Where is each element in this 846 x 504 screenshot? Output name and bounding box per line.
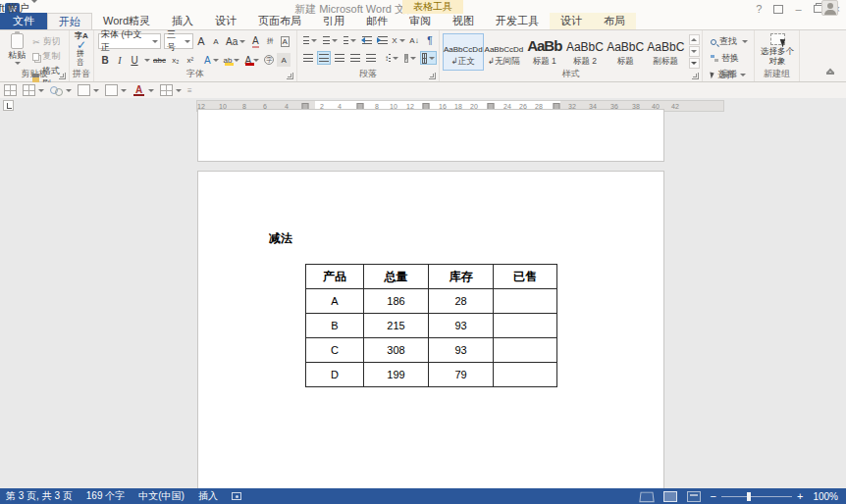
table-cell[interactable]: 199	[364, 363, 429, 387]
change-case-button[interactable]: Aa	[224, 34, 247, 48]
page-indicator[interactable]: 第 3 页, 共 3 页	[6, 489, 73, 503]
show-marks-button[interactable]: ¶	[423, 33, 437, 47]
table-cell[interactable]	[494, 314, 557, 338]
table-tool-button[interactable]	[23, 84, 44, 96]
table-cell[interactable]: B	[306, 314, 364, 338]
table-cell[interactable]: 308	[364, 338, 429, 363]
insert-mode-indicator[interactable]: 插入	[198, 489, 218, 503]
justify-button[interactable]	[348, 51, 362, 65]
zoom-slider-thumb[interactable]	[747, 492, 751, 501]
distribute-button[interactable]	[364, 51, 378, 65]
account-avatar[interactable]	[821, 0, 838, 16]
tab-stop-selector[interactable]	[3, 100, 14, 111]
zoom-out-button[interactable]: −	[711, 491, 716, 501]
table-cell[interactable]	[494, 289, 557, 314]
styles-dialog-launcher-icon[interactable]	[692, 73, 699, 79]
table-cell[interactable]: 215	[364, 314, 429, 338]
italic-button[interactable]: I	[113, 53, 127, 67]
web-layout-icon[interactable]	[687, 491, 701, 502]
asian-layout-button[interactable]: X	[392, 33, 405, 47]
tab-home[interactable]: 开始	[47, 13, 92, 29]
styles-scroll-up-icon[interactable]	[689, 34, 700, 45]
page-3[interactable]: 减法 产品 总量 库存 已售 A 186 28 B 215 93	[197, 171, 664, 494]
account-label[interactable]: Microsoft 帐户	[0, 0, 807, 17]
table-cell[interactable]: D	[306, 363, 364, 387]
zoom-slider[interactable]	[721, 496, 792, 497]
style-no-spacing[interactable]: AaBbCcDd ↲无间隔	[484, 33, 525, 71]
paragraph-dialog-launcher-icon[interactable]	[429, 73, 436, 79]
table-cell[interactable]: C	[306, 338, 364, 363]
character-border-button[interactable]: A	[278, 34, 291, 48]
read-mode-icon[interactable]	[640, 491, 654, 502]
print-layout-icon[interactable]	[663, 491, 677, 502]
style-heading2[interactable]: AaBbC 标题 2	[564, 33, 605, 71]
collapse-ribbon-icon[interactable]	[826, 73, 834, 77]
multilevel-list-button[interactable]	[342, 33, 358, 47]
underline-caret-icon[interactable]	[144, 59, 150, 62]
table-header-cell[interactable]: 产品	[306, 265, 364, 289]
align-right-button[interactable]	[333, 51, 346, 65]
table-header-cell[interactable]: 已售	[494, 265, 557, 289]
font-color-button[interactable]: A	[242, 53, 261, 67]
decrease-indent-button[interactable]	[360, 33, 374, 47]
table-cell[interactable]	[494, 363, 557, 387]
table-cell[interactable]: 28	[429, 289, 494, 314]
product-table[interactable]: 产品 总量 库存 已售 A 186 28 B 215 93	[305, 264, 557, 387]
stamp-tool-button[interactable]: A	[132, 84, 154, 96]
align-center-button[interactable]	[317, 51, 331, 65]
character-shading-button[interactable]: A	[277, 53, 291, 67]
zoom-in-button[interactable]: +	[797, 491, 803, 501]
copy-button[interactable]: 复制	[30, 49, 69, 64]
shading-button[interactable]	[402, 51, 418, 65]
style-heading1[interactable]: AaBb 标题 1	[524, 33, 564, 71]
clipboard-dialog-launcher-icon[interactable]	[59, 73, 66, 79]
style-title[interactable]: AaBbC 标题	[606, 33, 646, 71]
document-heading[interactable]: 减法	[269, 230, 292, 247]
table-cell[interactable]: 79	[429, 363, 494, 387]
align-left-button[interactable]	[301, 51, 315, 65]
sort-button[interactable]: A↓	[407, 33, 421, 47]
border-tool-button[interactable]	[160, 84, 182, 96]
phonetic-guide-button[interactable]: 拼	[263, 34, 277, 48]
style-normal[interactable]: AaBbCcDd ↲正文	[443, 33, 484, 71]
text-effects-button[interactable]: A	[202, 53, 221, 67]
table-header-cell[interactable]: 总量	[364, 265, 429, 289]
highlight-button[interactable]: ab	[222, 53, 242, 67]
select-multiple-objects-button[interactable]: 选择多个对象	[758, 33, 797, 67]
increase-indent-button[interactable]	[376, 33, 390, 47]
table-cell[interactable]: 186	[364, 289, 429, 314]
cut-button[interactable]: ✂剪切	[30, 34, 69, 49]
find-button[interactable]: 查找	[709, 34, 754, 49]
borders-button[interactable]	[420, 51, 437, 65]
grow-font-button[interactable]: A	[194, 34, 208, 48]
font-name-combobox[interactable]: 宋体 (中文正	[98, 33, 161, 49]
bullets-button[interactable]	[301, 33, 319, 47]
word-count[interactable]: 169 个字	[86, 489, 125, 503]
styles-scroll-down-icon[interactable]	[689, 46, 700, 57]
link-tool-button[interactable]	[50, 84, 72, 96]
superscript-button[interactable]: x²	[184, 53, 197, 67]
macro-record-icon[interactable]	[232, 492, 241, 500]
table-cell[interactable]: 93	[429, 314, 494, 338]
zoom-level[interactable]: 100%	[813, 491, 838, 502]
bold-button[interactable]: B	[98, 53, 112, 67]
pane-icon[interactable]	[4, 84, 17, 96]
underline-button[interactable]: U	[128, 53, 141, 67]
toolbar-overflow-icon[interactable]: ≡	[187, 86, 192, 95]
table-cell[interactable]: A	[306, 289, 364, 314]
clear-formatting-button[interactable]: A	[248, 34, 262, 48]
clipboard-tool-button[interactable]	[78, 84, 99, 96]
numbering-button[interactable]	[321, 33, 339, 47]
subscript-button[interactable]: x₂	[169, 53, 183, 67]
font-dialog-launcher-icon[interactable]	[287, 73, 293, 79]
replace-button[interactable]: 替换	[709, 51, 754, 66]
table-cell[interactable]: 93	[429, 338, 494, 363]
table-cell[interactable]	[494, 338, 557, 363]
pinyin-button[interactable]: 字A ✓ 拼音	[70, 32, 93, 67]
shrink-font-button[interactable]: A	[209, 34, 223, 48]
language-indicator[interactable]: 中文(中国)	[138, 489, 185, 503]
table-header-cell[interactable]: 库存	[429, 265, 494, 289]
font-size-combobox[interactable]: 三号	[164, 33, 193, 49]
document-tool-button[interactable]	[105, 84, 127, 96]
page-2-fragment[interactable]	[197, 109, 664, 162]
